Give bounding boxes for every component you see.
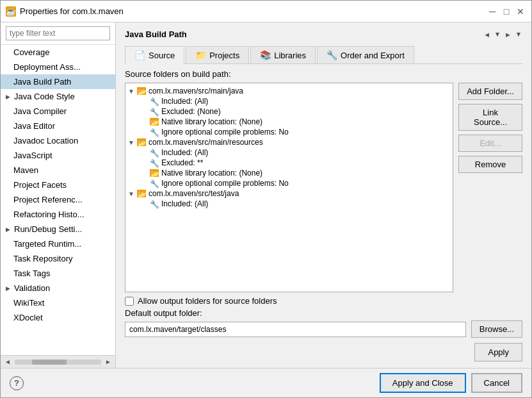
sidebar-item-label: Task Repository xyxy=(13,254,72,263)
tab-label: Libraries xyxy=(274,51,306,60)
sidebar-item-deployment-ass---[interactable]: Deployment Ass... xyxy=(1,60,115,74)
tree-item[interactable]: ▼📂com.lx.maven/src/main/java xyxy=(125,86,453,96)
apply-row: Apply xyxy=(125,343,522,361)
help-button[interactable]: ? xyxy=(10,376,24,390)
tab-projects[interactable]: 📁Projects xyxy=(186,46,249,63)
forward-dropdown-arrow[interactable]: ▾ xyxy=(515,29,522,40)
tree-item[interactable]: 📂Native library location: (None) xyxy=(125,168,453,178)
link-source-button[interactable]: Link Source... xyxy=(458,104,522,131)
sidebar-item-project-referenc---[interactable]: Project Referenc... xyxy=(1,192,115,207)
tree-buttons-row: ▼📂com.lx.maven/src/main/java🔧Included: (… xyxy=(125,83,522,292)
sidebar-item-label: Java Editor xyxy=(13,121,55,131)
tree-node-label: com.lx.maven/src/main/java xyxy=(149,87,243,95)
sidebar-item-javascript[interactable]: JavaScript xyxy=(1,148,115,163)
tree-item[interactable]: 🔧Excluded: ** xyxy=(125,158,453,168)
tree-node-icon: 📂 xyxy=(137,87,146,95)
tree-item[interactable]: 🔧Included: (All) xyxy=(125,147,453,158)
sidebar-item-refactoring-histo---[interactable]: Refactoring Histo... xyxy=(1,207,115,222)
maximize-button[interactable]: □ xyxy=(501,6,512,17)
sidebar-scroll[interactable]: CoverageDeployment Ass...Java Build Path… xyxy=(1,45,115,355)
sidebar-item-task-tags[interactable]: Task Tags xyxy=(1,266,115,281)
sidebar-item-xdoclet[interactable]: XDoclet xyxy=(1,310,115,325)
sidebar-item-java-editor[interactable]: Java Editor xyxy=(1,119,115,133)
cancel-button[interactable]: Cancel xyxy=(471,373,522,393)
source-label: Source folders on build path: xyxy=(125,69,522,79)
title-bar: ☕ Properties for com.lx.maven ─ □ ✕ xyxy=(1,1,531,22)
title-bar-controls: ─ □ ✕ xyxy=(487,6,526,17)
sidebar-item-javadoc-location[interactable]: Javadoc Location xyxy=(1,133,115,148)
sidebar-item-maven[interactable]: Maven xyxy=(1,163,115,178)
tree-item[interactable]: 🔧Included: (All) xyxy=(125,199,453,209)
remove-button[interactable]: Remove xyxy=(458,156,522,173)
edit-button[interactable]: Edit... xyxy=(458,135,522,152)
tree-item[interactable]: 🔧Ignore optional compile problems: No xyxy=(125,178,453,188)
tab-icon-order and export: 🔧 xyxy=(326,50,337,60)
sidebar-item-label: Deployment Ass... xyxy=(13,62,81,72)
sidebar-item-java-compiler[interactable]: Java Compiler xyxy=(1,104,115,119)
sidebar-item-validation[interactable]: ▶Validation xyxy=(1,281,115,295)
tree-node-label: Ignore optional compile problems: No xyxy=(161,179,289,188)
tab-label: Source xyxy=(149,51,175,60)
tree-node-label: Native library location: (None) xyxy=(161,169,262,178)
tab-icon-projects: 📁 xyxy=(195,50,206,60)
panel-title-row: Java Build Path ◄ ▾ ► ▾ xyxy=(125,29,522,40)
close-button[interactable]: ✕ xyxy=(515,6,526,17)
browse-button[interactable]: Browse... xyxy=(471,320,522,338)
tree-toggle-icon: ▼ xyxy=(128,190,137,197)
tab-order-and-export[interactable]: 🔧Order and Export xyxy=(317,46,414,63)
expand-arrow-icon: ▶ xyxy=(6,94,10,100)
sidebar-item-java-build-path[interactable]: Java Build Path xyxy=(1,74,115,89)
scroll-left-arrow[interactable]: ◄ xyxy=(2,357,13,367)
tree-node-label: Included: (All) xyxy=(161,199,208,208)
sidebar: CoverageDeployment Ass...Java Build Path… xyxy=(1,22,116,368)
tree-item[interactable]: 🔧Included: (All) xyxy=(125,96,453,106)
sidebar-item-label: Targeted Runtim... xyxy=(13,239,81,249)
tree-node-label: Ignore optional compile problems: No xyxy=(161,128,289,137)
tree-node-icon: 🔧 xyxy=(150,200,159,208)
tree-node-icon: 📂 xyxy=(150,118,159,126)
sidebar-item-label: Project Facets xyxy=(13,180,67,190)
sidebar-item-label: Java Build Path xyxy=(13,77,71,87)
expand-arrow-icon: ▶ xyxy=(6,285,10,292)
tree-item[interactable]: 📂Native library location: (None) xyxy=(125,117,453,127)
tab-libraries[interactable]: 📚Libraries xyxy=(250,46,316,63)
tree-scroll[interactable]: ▼📂com.lx.maven/src/main/java🔧Included: (… xyxy=(125,83,453,292)
main-window: ☕ Properties for com.lx.maven ─ □ ✕ Cove… xyxy=(0,0,532,398)
sidebar-item-coverage[interactable]: Coverage xyxy=(1,45,115,60)
tree-item[interactable]: 🔧Excluded: (None) xyxy=(125,106,453,117)
tree-item[interactable]: ▼📂com.lx.maven/src/test/java xyxy=(125,188,453,199)
sidebar-item-run-debug-setti---[interactable]: ▶Run/Debug Setti... xyxy=(1,222,115,236)
side-buttons: Add Folder... Link Source... Edit... Rem… xyxy=(458,83,522,292)
filter-input[interactable] xyxy=(6,26,110,40)
sidebar-item-task-repository[interactable]: Task Repository xyxy=(1,251,115,266)
sidebar-item-targeted-runtim---[interactable]: Targeted Runtim... xyxy=(1,236,115,251)
apply-close-button[interactable]: Apply and Close xyxy=(380,373,466,393)
window-title: Properties for com.lx.maven xyxy=(20,6,483,16)
add-folder-button[interactable]: Add Folder... xyxy=(458,83,522,100)
apply-button[interactable]: Apply xyxy=(474,343,522,361)
sidebar-item-wikitext[interactable]: WikiText xyxy=(1,295,115,310)
footer-left: ? xyxy=(10,376,24,390)
tree-node-label: com.lx.maven/src/test/java xyxy=(149,189,239,198)
forward-arrow[interactable]: ► xyxy=(503,29,513,40)
main-content: CoverageDeployment Ass...Java Build Path… xyxy=(1,22,531,368)
tab-icon-libraries: 📚 xyxy=(260,50,271,60)
sidebar-item-java-code-style[interactable]: ▶Java Code Style xyxy=(1,89,115,104)
tab-label: Projects xyxy=(209,51,239,60)
tree-item[interactable]: ▼📂com.lx.maven/src/main/resources xyxy=(125,137,453,147)
scroll-right-arrow[interactable]: ► xyxy=(102,357,114,367)
back-arrow[interactable]: ◄ xyxy=(481,29,492,40)
output-input[interactable] xyxy=(125,322,466,337)
dropdown-arrow[interactable]: ▾ xyxy=(494,29,501,40)
tree-item[interactable]: 🔧Ignore optional compile problems: No xyxy=(125,127,453,137)
tree-node-icon: 📂 xyxy=(137,138,146,146)
content-area: Source folders on build path: ▼📂com.lx.m… xyxy=(125,69,522,361)
tree-node-icon: 🔧 xyxy=(150,97,159,105)
sidebar-item-project-facets[interactable]: Project Facets xyxy=(1,178,115,192)
minimize-button[interactable]: ─ xyxy=(487,6,498,17)
sidebar-item-label: Java Code Style xyxy=(14,92,75,101)
sidebar-item-label: JavaScript xyxy=(13,151,52,160)
allow-output-checkbox[interactable] xyxy=(125,297,134,306)
checkbox-label: Allow output folders for source folders xyxy=(138,296,277,306)
tab-source[interactable]: 📄Source xyxy=(125,46,184,64)
